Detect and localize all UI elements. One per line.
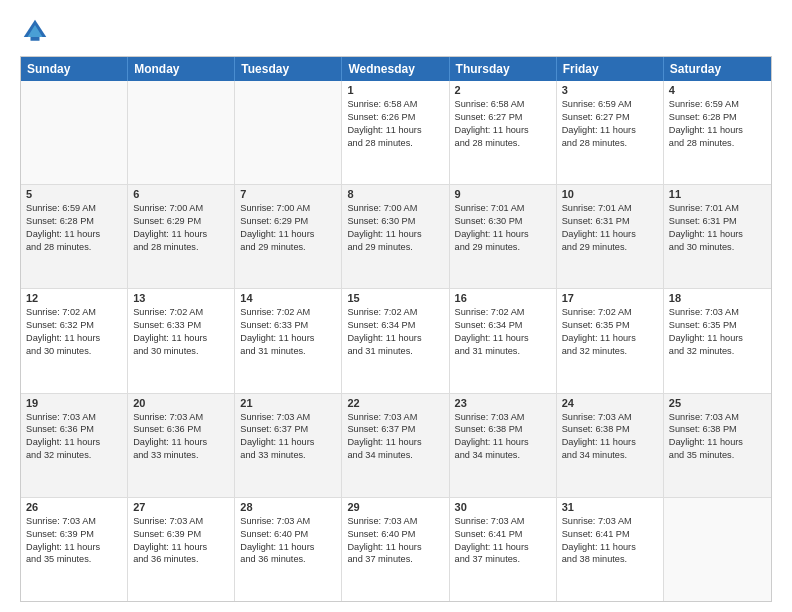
day-number: 18	[669, 292, 766, 304]
header-day-monday: Monday	[128, 57, 235, 81]
day-number: 5	[26, 188, 122, 200]
day-cell-11: 11Sunrise: 7:01 AMSunset: 6:31 PMDayligh…	[664, 185, 771, 288]
day-number: 24	[562, 397, 658, 409]
day-number: 11	[669, 188, 766, 200]
header-day-wednesday: Wednesday	[342, 57, 449, 81]
day-info: Sunrise: 7:03 AMSunset: 6:40 PMDaylight:…	[347, 515, 443, 567]
day-info: Sunrise: 7:00 AMSunset: 6:29 PMDaylight:…	[240, 202, 336, 254]
empty-cell	[235, 81, 342, 184]
day-info: Sunrise: 6:58 AMSunset: 6:26 PMDaylight:…	[347, 98, 443, 150]
day-info: Sunrise: 7:03 AMSunset: 6:36 PMDaylight:…	[26, 411, 122, 463]
day-cell-8: 8Sunrise: 7:00 AMSunset: 6:30 PMDaylight…	[342, 185, 449, 288]
header-day-tuesday: Tuesday	[235, 57, 342, 81]
day-number: 10	[562, 188, 658, 200]
day-number: 13	[133, 292, 229, 304]
day-number: 1	[347, 84, 443, 96]
day-number: 3	[562, 84, 658, 96]
day-info: Sunrise: 7:03 AMSunset: 6:41 PMDaylight:…	[562, 515, 658, 567]
day-cell-3: 3Sunrise: 6:59 AMSunset: 6:27 PMDaylight…	[557, 81, 664, 184]
day-info: Sunrise: 7:01 AMSunset: 6:30 PMDaylight:…	[455, 202, 551, 254]
day-cell-22: 22Sunrise: 7:03 AMSunset: 6:37 PMDayligh…	[342, 394, 449, 497]
day-cell-15: 15Sunrise: 7:02 AMSunset: 6:34 PMDayligh…	[342, 289, 449, 392]
day-info: Sunrise: 7:02 AMSunset: 6:33 PMDaylight:…	[133, 306, 229, 358]
day-cell-21: 21Sunrise: 7:03 AMSunset: 6:37 PMDayligh…	[235, 394, 342, 497]
header-day-sunday: Sunday	[21, 57, 128, 81]
day-info: Sunrise: 7:02 AMSunset: 6:35 PMDaylight:…	[562, 306, 658, 358]
day-info: Sunrise: 7:02 AMSunset: 6:32 PMDaylight:…	[26, 306, 122, 358]
day-number: 30	[455, 501, 551, 513]
day-info: Sunrise: 6:59 AMSunset: 6:27 PMDaylight:…	[562, 98, 658, 150]
day-number: 8	[347, 188, 443, 200]
day-info: Sunrise: 7:02 AMSunset: 6:34 PMDaylight:…	[455, 306, 551, 358]
day-cell-27: 27Sunrise: 7:03 AMSunset: 6:39 PMDayligh…	[128, 498, 235, 601]
day-number: 29	[347, 501, 443, 513]
day-info: Sunrise: 7:02 AMSunset: 6:34 PMDaylight:…	[347, 306, 443, 358]
day-cell-7: 7Sunrise: 7:00 AMSunset: 6:29 PMDaylight…	[235, 185, 342, 288]
day-cell-19: 19Sunrise: 7:03 AMSunset: 6:36 PMDayligh…	[21, 394, 128, 497]
day-number: 2	[455, 84, 551, 96]
day-info: Sunrise: 7:03 AMSunset: 6:37 PMDaylight:…	[240, 411, 336, 463]
logo	[20, 16, 54, 46]
day-cell-18: 18Sunrise: 7:03 AMSunset: 6:35 PMDayligh…	[664, 289, 771, 392]
day-cell-4: 4Sunrise: 6:59 AMSunset: 6:28 PMDaylight…	[664, 81, 771, 184]
day-cell-2: 2Sunrise: 6:58 AMSunset: 6:27 PMDaylight…	[450, 81, 557, 184]
day-number: 9	[455, 188, 551, 200]
day-info: Sunrise: 7:03 AMSunset: 6:39 PMDaylight:…	[26, 515, 122, 567]
day-number: 26	[26, 501, 122, 513]
day-number: 16	[455, 292, 551, 304]
day-number: 28	[240, 501, 336, 513]
day-cell-30: 30Sunrise: 7:03 AMSunset: 6:41 PMDayligh…	[450, 498, 557, 601]
calendar-header: SundayMondayTuesdayWednesdayThursdayFrid…	[21, 57, 771, 81]
day-info: Sunrise: 7:01 AMSunset: 6:31 PMDaylight:…	[562, 202, 658, 254]
day-cell-17: 17Sunrise: 7:02 AMSunset: 6:35 PMDayligh…	[557, 289, 664, 392]
day-info: Sunrise: 7:03 AMSunset: 6:38 PMDaylight:…	[455, 411, 551, 463]
header-day-thursday: Thursday	[450, 57, 557, 81]
day-cell-23: 23Sunrise: 7:03 AMSunset: 6:38 PMDayligh…	[450, 394, 557, 497]
day-info: Sunrise: 7:03 AMSunset: 6:39 PMDaylight:…	[133, 515, 229, 567]
day-number: 6	[133, 188, 229, 200]
day-number: 27	[133, 501, 229, 513]
day-info: Sunrise: 7:02 AMSunset: 6:33 PMDaylight:…	[240, 306, 336, 358]
calendar-row-1: 1Sunrise: 6:58 AMSunset: 6:26 PMDaylight…	[21, 81, 771, 184]
day-number: 31	[562, 501, 658, 513]
day-info: Sunrise: 7:00 AMSunset: 6:29 PMDaylight:…	[133, 202, 229, 254]
day-cell-1: 1Sunrise: 6:58 AMSunset: 6:26 PMDaylight…	[342, 81, 449, 184]
day-info: Sunrise: 6:58 AMSunset: 6:27 PMDaylight:…	[455, 98, 551, 150]
calendar-row-2: 5Sunrise: 6:59 AMSunset: 6:28 PMDaylight…	[21, 184, 771, 288]
day-number: 23	[455, 397, 551, 409]
calendar-row-4: 19Sunrise: 7:03 AMSunset: 6:36 PMDayligh…	[21, 393, 771, 497]
day-number: 19	[26, 397, 122, 409]
day-info: Sunrise: 7:03 AMSunset: 6:38 PMDaylight:…	[562, 411, 658, 463]
day-number: 21	[240, 397, 336, 409]
header-day-saturday: Saturday	[664, 57, 771, 81]
day-cell-29: 29Sunrise: 7:03 AMSunset: 6:40 PMDayligh…	[342, 498, 449, 601]
calendar-body: 1Sunrise: 6:58 AMSunset: 6:26 PMDaylight…	[21, 81, 771, 601]
day-cell-6: 6Sunrise: 7:00 AMSunset: 6:29 PMDaylight…	[128, 185, 235, 288]
empty-cell	[128, 81, 235, 184]
day-number: 25	[669, 397, 766, 409]
day-info: Sunrise: 7:03 AMSunset: 6:36 PMDaylight:…	[133, 411, 229, 463]
day-cell-16: 16Sunrise: 7:02 AMSunset: 6:34 PMDayligh…	[450, 289, 557, 392]
calendar-row-3: 12Sunrise: 7:02 AMSunset: 6:32 PMDayligh…	[21, 288, 771, 392]
day-number: 15	[347, 292, 443, 304]
empty-cell	[21, 81, 128, 184]
header	[20, 16, 772, 46]
day-info: Sunrise: 6:59 AMSunset: 6:28 PMDaylight:…	[669, 98, 766, 150]
day-cell-14: 14Sunrise: 7:02 AMSunset: 6:33 PMDayligh…	[235, 289, 342, 392]
day-cell-28: 28Sunrise: 7:03 AMSunset: 6:40 PMDayligh…	[235, 498, 342, 601]
day-info: Sunrise: 6:59 AMSunset: 6:28 PMDaylight:…	[26, 202, 122, 254]
day-info: Sunrise: 7:03 AMSunset: 6:40 PMDaylight:…	[240, 515, 336, 567]
header-day-friday: Friday	[557, 57, 664, 81]
calendar-row-5: 26Sunrise: 7:03 AMSunset: 6:39 PMDayligh…	[21, 497, 771, 601]
day-number: 20	[133, 397, 229, 409]
page: SundayMondayTuesdayWednesdayThursdayFrid…	[0, 0, 792, 612]
day-cell-5: 5Sunrise: 6:59 AMSunset: 6:28 PMDaylight…	[21, 185, 128, 288]
day-info: Sunrise: 7:03 AMSunset: 6:38 PMDaylight:…	[669, 411, 766, 463]
day-cell-25: 25Sunrise: 7:03 AMSunset: 6:38 PMDayligh…	[664, 394, 771, 497]
day-cell-26: 26Sunrise: 7:03 AMSunset: 6:39 PMDayligh…	[21, 498, 128, 601]
day-cell-20: 20Sunrise: 7:03 AMSunset: 6:36 PMDayligh…	[128, 394, 235, 497]
day-number: 12	[26, 292, 122, 304]
day-cell-9: 9Sunrise: 7:01 AMSunset: 6:30 PMDaylight…	[450, 185, 557, 288]
day-number: 7	[240, 188, 336, 200]
day-info: Sunrise: 7:01 AMSunset: 6:31 PMDaylight:…	[669, 202, 766, 254]
